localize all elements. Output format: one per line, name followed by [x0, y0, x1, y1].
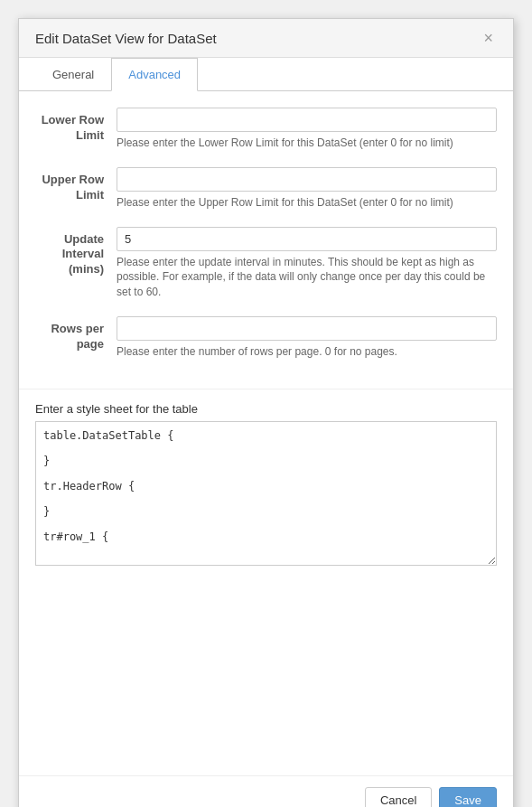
rows-per-page-input[interactable] — [117, 316, 497, 341]
dialog-header: Edit DataSet View for DataSet × — [19, 19, 513, 58]
cancel-button[interactable]: Cancel — [365, 787, 432, 807]
tab-bar: General Advanced — [19, 58, 513, 91]
upper-row-limit-hint: Please enter the Upper Row Limit for thi… — [117, 195, 497, 211]
tab-general[interactable]: General — [35, 58, 111, 91]
rows-per-page-label: Rows per page — [35, 316, 117, 352]
dialog-title: Edit DataSet View for DataSet — [35, 31, 217, 46]
upper-row-limit-field: Please enter the Upper Row Limit for thi… — [117, 167, 497, 211]
lower-row-limit-row: Lower Row Limit Please enter the Lower R… — [35, 108, 497, 151]
dialog-footer: Cancel Save — [19, 775, 513, 807]
upper-row-limit-label: Upper Row Limit — [35, 167, 117, 203]
upper-row-limit-input[interactable] — [117, 167, 497, 192]
close-button[interactable]: × — [480, 30, 497, 46]
lower-row-limit-hint: Please enter the Lower Row Limit for thi… — [117, 136, 497, 151]
update-interval-hint: Please enter the update interval in minu… — [117, 255, 497, 300]
save-button[interactable]: Save — [439, 787, 497, 807]
update-interval-row: Update Interval (mins) Please enter the … — [35, 227, 497, 300]
lower-row-limit-input[interactable] — [117, 108, 497, 132]
stylesheet-label: Enter a style sheet for the table — [35, 402, 497, 416]
edit-dataset-dialog: Edit DataSet View for DataSet × General … — [18, 18, 514, 807]
update-interval-input[interactable] — [117, 227, 497, 251]
tab-advanced[interactable]: Advanced — [111, 58, 198, 91]
upper-row-limit-row: Upper Row Limit Please enter the Upper R… — [35, 167, 497, 211]
stylesheet-section: Enter a style sheet for the table table.… — [19, 402, 513, 577]
lower-row-limit-label: Lower Row Limit — [35, 108, 117, 144]
rows-per-page-hint: Please enter the number of rows per page… — [117, 344, 497, 360]
rows-per-page-field: Please enter the number of rows per page… — [117, 316, 497, 360]
rows-per-page-row: Rows per page Please enter the number of… — [35, 316, 497, 360]
section-divider — [19, 389, 513, 389]
update-interval-field: Please enter the update interval in minu… — [117, 227, 497, 300]
form-content: Lower Row Limit Please enter the Lower R… — [19, 91, 513, 385]
lower-row-limit-field: Please enter the Lower Row Limit for thi… — [117, 108, 497, 151]
stylesheet-textarea[interactable]: table.DataSetTable { } tr.HeaderRow { } … — [35, 421, 497, 566]
update-interval-label: Update Interval (mins) — [35, 227, 117, 278]
